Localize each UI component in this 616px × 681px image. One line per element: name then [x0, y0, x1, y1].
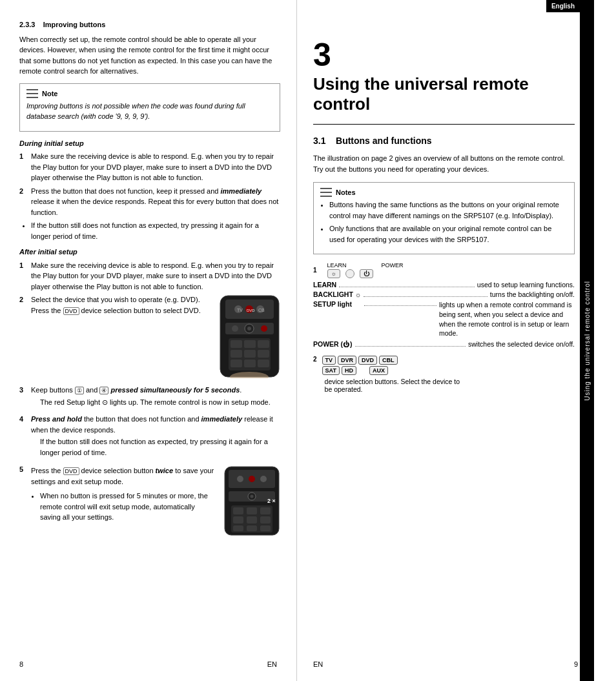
learn-key: LEARN — [313, 281, 336, 289]
section-3-1-heading: 3.1 Buttons and functions — [313, 134, 575, 148]
svg-text:DVD: DVD — [247, 309, 255, 312]
note-box: Note Improving buttons is not possible w… — [19, 83, 280, 132]
remote-image-2: 2 × — [223, 465, 280, 536]
svg-rect-18 — [244, 350, 256, 358]
svg-rect-40 — [247, 525, 257, 531]
device-desc: device selection buttons. Select the dev… — [325, 378, 467, 393]
english-tab: English — [546, 0, 580, 12]
btn-cbl: CBL — [379, 356, 398, 365]
section-2-3-3: 2.3.3 Improving buttons When correctly s… — [19, 19, 280, 77]
device-btns-row1: TV DVR DVD CBL — [322, 356, 467, 365]
notes-icon — [320, 188, 332, 197]
page-number-right: 9 — [574, 660, 578, 668]
svg-rect-20 — [231, 360, 242, 367]
backlight-key: BACKLIGHT ☼ — [313, 290, 361, 298]
svg-text:2 ×: 2 × — [267, 498, 276, 504]
setup-circle — [345, 269, 354, 278]
setup-dots — [364, 305, 436, 306]
notes-list: Buttons having the same functions as the… — [329, 199, 568, 245]
btn-sat: SAT — [322, 366, 340, 375]
page-lang-right: EN — [313, 660, 323, 668]
svg-rect-21 — [244, 360, 256, 367]
note-text: Improving buttons is not possible when t… — [26, 101, 273, 122]
svg-point-27 — [249, 476, 255, 482]
during-initial-setup: During initial setup 1 Make sure the rec… — [19, 138, 280, 242]
func-descriptions: LEARN used to setup learning functions. … — [313, 281, 575, 348]
svg-rect-37 — [247, 516, 257, 523]
svg-rect-39 — [233, 525, 243, 531]
func-item-1: 1 LEARN POWER ☼ ⏻ LEARN — [313, 262, 575, 348]
device-btns-row2: SAT HD AUX — [322, 366, 467, 375]
svg-point-11 — [247, 327, 251, 330]
func-power: POWER (⏻) switches the selected device o… — [313, 340, 575, 348]
btn-dvr: DVR — [338, 356, 356, 365]
during-bullets: If the button still does not function as… — [31, 220, 280, 241]
page-lang-left: EN — [267, 660, 277, 668]
section-3-1: 3.1 Buttons and functions The illustrati… — [313, 134, 575, 174]
func-item-2: 2 TV DVR DVD CBL SAT HD AUX — [313, 356, 575, 393]
chapter-divider — [313, 124, 575, 125]
backlight-dots — [364, 296, 487, 297]
svg-rect-33 — [233, 507, 243, 514]
svg-point-26 — [237, 476, 243, 482]
after-initial-setup: After initial setup 1 Make sure the rece… — [19, 247, 280, 462]
right-page: English 3 Using the universal remote con… — [297, 0, 594, 681]
step-a2: 2 Select the device that you wish to ope… — [19, 294, 280, 382]
remote-svg-1: TV DVD CB — [219, 294, 280, 378]
backlight-desc: turns the backlighting on/off. — [490, 290, 575, 298]
bullet-a4: If the button still does not function as… — [40, 436, 280, 458]
svg-rect-17 — [231, 350, 242, 358]
learn-label: LEARN — [327, 262, 347, 269]
labels-row: LEARN POWER — [327, 262, 404, 269]
svg-text:CB: CB — [258, 308, 265, 312]
svg-rect-15 — [244, 340, 256, 348]
step-a3: 3 Keep buttons ① and ④ pressed simultane… — [19, 385, 280, 411]
chapter-heading-area: 3 Using the universal remote control — [313, 39, 575, 114]
page-footer-left: 8 EN — [0, 660, 296, 668]
buttons-row: ☼ ⏻ — [327, 269, 404, 278]
notes-box: Notes Buttons having the same functions … — [313, 182, 575, 254]
section-heading: 2.3.3 Improving buttons — [19, 19, 280, 30]
setup-key: SETUP light — [313, 300, 362, 308]
func-backlight: BACKLIGHT ☼ turns the backlighting on/of… — [313, 290, 575, 298]
step-a1: 1 Make sure the receiving device is able… — [19, 260, 280, 292]
func-item-2-desc: device selection buttons. Select the dev… — [322, 378, 467, 393]
svg-point-12 — [261, 325, 267, 332]
setup-desc: lights up when a remote control command … — [439, 300, 575, 338]
step5-section: 5 Press the DVD device selection button … — [19, 465, 280, 536]
note-item-2: Only functions that are available on you… — [329, 223, 568, 245]
btn-dvd: DVD — [358, 356, 377, 365]
step5-bullet: When no button is pressed for 5 minutes … — [40, 491, 217, 523]
btn-hd: HD — [342, 366, 356, 375]
step-d1: 1 Make sure the receiving device is able… — [19, 151, 280, 183]
after-steps-list: 1 Make sure the receiving device is able… — [19, 260, 280, 462]
notes-header: Notes — [320, 188, 568, 197]
left-page: 2.3.3 Improving buttons When correctly s… — [0, 0, 297, 681]
svg-rect-14 — [231, 340, 242, 348]
remote-image-1: TV DVD CB — [219, 294, 280, 378]
side-tab: Using the universal remote control — [580, 0, 594, 681]
device-buttons-area: TV DVR DVD CBL SAT HD AUX device selecti… — [322, 356, 467, 393]
bullet-d1: If the button still does not function as… — [31, 220, 280, 241]
remote-svg-2: 2 × — [223, 465, 280, 536]
section-3-1-intro: The illustration on page 2 gives an over… — [313, 153, 575, 174]
power-key: POWER (⏻) — [313, 340, 353, 348]
step5-content: 5 Press the DVD device selection button … — [19, 465, 217, 527]
learn-dots — [339, 287, 475, 287]
learn-btn: ☼ — [327, 269, 340, 278]
step-d2: 2 Press the button that does not functio… — [19, 186, 280, 218]
note-icon — [26, 89, 38, 98]
svg-rect-38 — [260, 516, 271, 523]
page-container: 2.3.3 Improving buttons When correctly s… — [0, 0, 616, 681]
svg-point-9 — [232, 325, 238, 332]
svg-point-31 — [251, 495, 254, 498]
svg-text:TV: TV — [237, 308, 243, 312]
power-btn: ⏻ — [360, 269, 373, 278]
during-steps-list: 1 Make sure the receiving device is able… — [19, 151, 280, 218]
func-learn: LEARN used to setup learning functions. — [313, 281, 575, 289]
svg-rect-36 — [233, 516, 243, 523]
learn-power-area: LEARN POWER ☼ ⏻ — [327, 262, 404, 278]
page-number-left: 8 — [19, 660, 23, 668]
chapter-number: 3 — [313, 39, 575, 71]
svg-rect-19 — [258, 350, 269, 358]
